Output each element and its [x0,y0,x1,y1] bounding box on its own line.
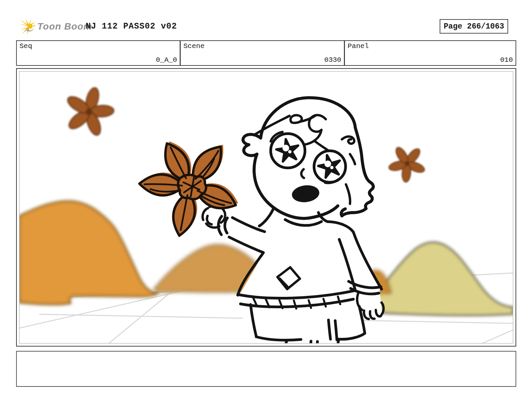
burst-head [28,24,33,29]
pupil-highlight-left [282,145,289,151]
scene-label: Scene [183,42,205,50]
pupil-highlight-right [324,161,331,167]
panel-label: Panel [348,42,369,50]
toonboom-logo: Toon Boom [18,17,92,36]
storyboard-drawing [19,72,513,343]
caption-box [16,351,516,387]
document-title: NJ 112 PASS02 v02 [86,21,177,31]
dune-left [19,201,158,305]
storyboard-frame-inner [19,71,513,344]
scene-value: 0330 [324,56,341,64]
page-number-box: Page 266/1063 [440,19,508,34]
page-label: Page [444,22,462,31]
seq-label: Seq [19,42,32,50]
page-value: 266/1063 [467,22,504,31]
storyboard-sheet: Toon Boom NJ 112 PASS02 v02 Page 266/106… [0,0,532,411]
seq-value: 0_A_0 [156,56,177,64]
storyboard-frame [16,68,516,347]
seq-cell: Seq 0_A_0 [16,40,180,66]
toonboom-burst-icon [18,17,36,36]
neck-left [259,208,274,226]
burst-dot [33,25,35,27]
mini-flower-right [381,137,434,189]
mini-flower-left [58,81,120,141]
burst-rays-upper [19,18,36,27]
character [203,98,384,343]
logo-wordmark: Toon Boom [37,21,92,32]
panel-cell: Panel 010 [345,40,516,66]
panel-value: 010 [500,56,513,64]
info-row: Seq 0_A_0 Scene 0330 Panel 010 [16,40,516,66]
scene-cell: Scene 0330 [180,40,345,66]
